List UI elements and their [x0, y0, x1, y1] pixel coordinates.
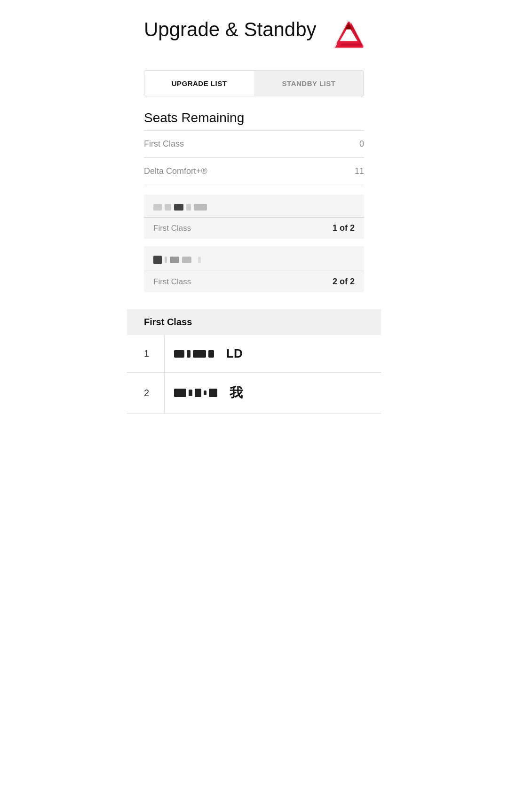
redact-2e [209, 389, 217, 397]
row-2-badge: 我 [230, 384, 243, 402]
redact-2d [204, 390, 206, 395]
name-pixel-1 [153, 204, 162, 211]
first-class-label: First Class [144, 139, 184, 149]
name-pixel-2 [165, 204, 171, 211]
tab-standby-list[interactable]: STANDBY LIST [254, 71, 364, 96]
list-row-1: 1 LD [127, 335, 381, 373]
card-1-footer: First Class 1 of 2 [153, 218, 355, 239]
first-class-count: 0 [359, 139, 364, 149]
card-2-position: 2 of 2 [333, 277, 355, 287]
name-pixel-9 [182, 257, 191, 263]
list-row-1-content: LD [165, 335, 381, 372]
redact-1b [187, 350, 190, 358]
passenger-1-name-row [153, 204, 355, 217]
seats-remaining-rows: First Class 0 Delta Comfort+® 11 [144, 130, 364, 185]
first-class-seats-row: First Class 0 [144, 131, 364, 158]
list-section-header: First Class [127, 309, 381, 335]
row-2-redacted-name [174, 389, 217, 397]
card-2-class: First Class [153, 277, 191, 287]
seats-remaining-title: Seats Remaining [127, 110, 381, 130]
row-1-redacted-name [174, 350, 214, 358]
redact-2a [174, 389, 186, 397]
name-pixel-8 [170, 257, 179, 263]
name-pixel-10 [198, 257, 201, 263]
page-header: Upgrade & Standby [127, 0, 381, 61]
list-row-2: 2 我 [127, 373, 381, 414]
passenger-card-2[interactable]: First Class 2 of 2 [144, 246, 364, 292]
card-1-class: First Class [153, 224, 191, 233]
row-1-badge: LD [226, 346, 243, 361]
upgrade-list-section: First Class 1 LD 2 [127, 309, 381, 414]
list-row-1-number: 1 [127, 335, 165, 372]
seats-remaining-section: Seats Remaining First Class 0 Delta Comf… [127, 110, 381, 185]
comfort-plus-count: 11 [355, 166, 364, 176]
page-title: Upgrade & Standby [144, 19, 317, 40]
name-pixel-6 [153, 256, 162, 264]
redact-1c [193, 350, 206, 358]
comfort-plus-label: Delta Comfort+® [144, 166, 207, 176]
tabs-container: UPGRADE LIST STANDBY LIST [144, 70, 364, 96]
redact-2b [189, 390, 192, 396]
comfort-plus-seats-row: Delta Comfort+® 11 [144, 158, 364, 185]
passenger-cards-container: First Class 1 of 2 First Class 2 of 2 [144, 195, 364, 300]
tab-upgrade-list[interactable]: UPGRADE LIST [144, 71, 254, 96]
passenger-2-name-row [153, 256, 355, 271]
name-pixel-7 [165, 257, 167, 263]
name-pixel-5 [194, 204, 207, 211]
delta-logo [331, 19, 364, 52]
passenger-card-1[interactable]: First Class 1 of 2 [144, 195, 364, 239]
list-row-2-content: 我 [165, 373, 381, 413]
card-1-position: 1 of 2 [333, 223, 355, 233]
redact-2c [195, 389, 201, 397]
name-pixel-4 [186, 204, 191, 211]
redact-1d [208, 350, 214, 358]
redact-1a [174, 350, 184, 358]
list-row-2-number: 2 [127, 373, 165, 413]
card-2-footer: First Class 2 of 2 [153, 271, 355, 292]
name-pixel-3 [174, 204, 183, 211]
